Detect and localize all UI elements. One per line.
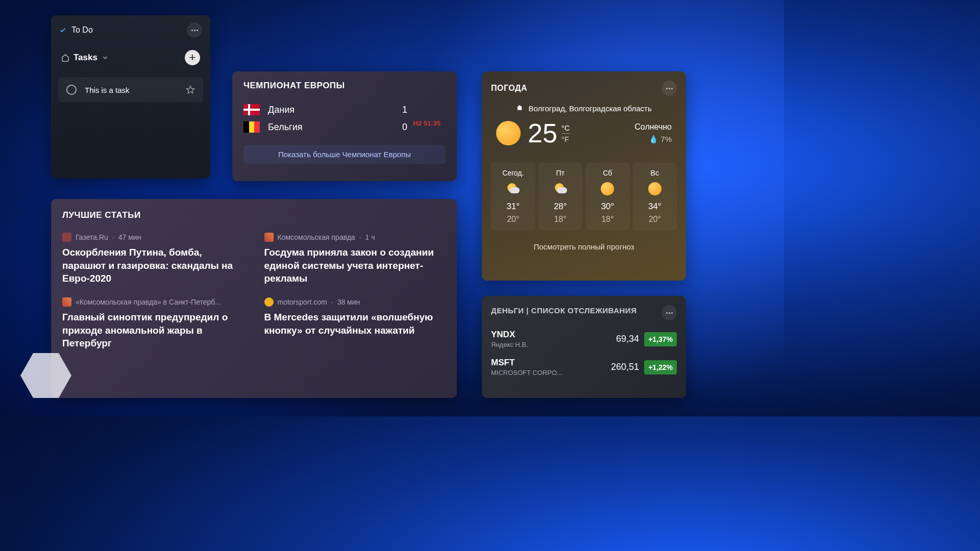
flag-denmark-icon	[243, 104, 260, 115]
forecast-high: 30°	[587, 202, 628, 212]
weather-humidity: 💧 7%	[634, 135, 672, 144]
source-icon	[264, 297, 274, 307]
stock-row[interactable]: YNDXЯндекс Н.В.69,34+1,37%	[491, 330, 677, 348]
team-score: 0	[395, 122, 415, 133]
sports-title: ЧЕМПИОНАТ ЕВРОПЫ	[243, 81, 446, 91]
task-complete-checkbox[interactable]	[66, 85, 77, 95]
stock-price: 260,51	[611, 362, 639, 372]
match-row-2[interactable]: Бельгия 0	[243, 118, 446, 136]
team-name: Бельгия	[268, 122, 395, 133]
todo-section-selector[interactable]: Tasks +	[51, 45, 210, 70]
forecast-day-label: Сегод.	[493, 169, 533, 177]
temp-unit-toggle[interactable]: °C °F	[561, 123, 570, 143]
weather-condition: Солнечно	[634, 122, 672, 132]
forecast-high: 31°	[493, 202, 533, 212]
forecast-high: 34°	[635, 202, 675, 212]
news-item[interactable]: motorsport.com· 38 мин В Mercedes защити…	[264, 297, 446, 350]
todo-section-label: Tasks	[74, 53, 97, 63]
news-time: 38 мин	[337, 298, 360, 306]
flag-belgium-icon	[243, 121, 260, 133]
sun-icon	[601, 182, 614, 195]
forecast-high: 28°	[541, 202, 581, 212]
news-time: 47 мин	[118, 233, 141, 241]
stock-delta: +1,22%	[644, 360, 677, 374]
news-item[interactable]: Комсомольская правда· 1 ч Госдума принял…	[264, 233, 446, 285]
weather-current: 25 °C °F Солнечно 💧 7%	[491, 118, 677, 148]
news-source: «Комсомольская правда» в Санкт-Петерб...	[76, 298, 221, 306]
money-more-button[interactable]	[662, 305, 677, 320]
stock-symbol: MSFT	[491, 358, 611, 368]
news-headline: Госдума приняла закон о создании единой …	[264, 246, 446, 285]
sports-more-link[interactable]: Показать больше Чемпионат Европы	[243, 145, 446, 164]
match-row-1[interactable]: Дания 1	[243, 101, 446, 118]
partly-cloudy-icon	[506, 182, 520, 195]
todo-title: To Do	[71, 26, 182, 35]
stock-delta: +1,37%	[644, 332, 677, 346]
svg-marker-0	[187, 86, 194, 93]
sports-widget: ЧЕМПИОНАТ ЕВРОПЫ Дания 1 H2 51:35 Бельги…	[232, 71, 457, 181]
news-source: Газета.Ru	[76, 233, 108, 241]
news-headline: В Mercedes защитили «волшебную кнопку» о…	[264, 311, 446, 337]
forecast-day[interactable]: Сегод.31°20°	[491, 163, 535, 230]
todo-header: To Do	[51, 15, 210, 45]
sun-icon	[496, 121, 521, 145]
weather-more-button[interactable]	[662, 81, 677, 96]
stock-price: 69,34	[616, 334, 639, 344]
forecast-day[interactable]: Сб30°18°	[585, 163, 630, 230]
stock-name: Яндекс Н.В.	[491, 341, 616, 348]
todo-widget: To Do Tasks + This is a task	[51, 15, 210, 179]
stock-name: MICROSOFT CORPO...	[491, 369, 611, 377]
team-name: Дания	[268, 105, 395, 115]
news-source: motorsport.com	[278, 298, 327, 306]
news-title: ЛУЧШИЕ СТАТЬИ	[62, 210, 446, 220]
source-icon	[62, 233, 71, 242]
home-icon	[61, 54, 69, 62]
sun-icon	[648, 182, 662, 195]
forecast-day-label: Сб	[587, 169, 628, 177]
source-icon	[264, 233, 274, 242]
forecast-low: 20°	[493, 215, 533, 224]
news-widget: ЛУЧШИЕ СТАТЬИ Газета.Ru· 47 мин Оскорбле…	[51, 199, 457, 398]
forecast-day[interactable]: Пт28°18°	[538, 163, 583, 230]
stock-symbol: YNDX	[491, 330, 616, 340]
forecast-low: 18°	[587, 215, 628, 224]
task-text: This is a task	[85, 86, 178, 94]
current-temp: 25	[528, 118, 557, 148]
full-forecast-link[interactable]: Посмотреть полный прогноз	[491, 242, 677, 251]
star-icon[interactable]	[186, 85, 195, 94]
forecast-day-label: Пт	[541, 169, 581, 177]
stock-row[interactable]: MSFTMICROSOFT CORPO...260,51+1,22%	[491, 358, 677, 377]
weather-title: ПОГОДА	[491, 84, 662, 93]
weather-location[interactable]: Волгоград, Волгоградская область	[491, 104, 677, 113]
source-icon	[62, 297, 71, 307]
forecast-day[interactable]: Вс34°20°	[633, 163, 677, 230]
news-time: 1 ч	[365, 233, 375, 241]
weather-widget: ПОГОДА Волгоград, Волгоградская область …	[482, 71, 686, 281]
add-task-button[interactable]: +	[185, 50, 200, 65]
news-item[interactable]: Газета.Ru· 47 мин Оскорбления Путина, бо…	[62, 233, 244, 285]
partly-cloudy-icon	[554, 182, 567, 195]
news-headline: Главный синоптик предупредил о приходе а…	[62, 311, 244, 350]
news-source: Комсомольская правда	[278, 233, 355, 241]
forecast-low: 18°	[541, 215, 581, 224]
team-score: 1	[395, 105, 415, 115]
forecast-low: 20°	[635, 215, 675, 224]
money-widget: ДЕНЬГИ | СПИСОК ОТСЛЕЖИВАНИЯ YNDXЯндекс …	[482, 296, 686, 398]
forecast-row: Сегод.31°20°Пт28°18°Сб30°18°Вс34°20°	[491, 163, 677, 230]
money-title: ДЕНЬГИ | СПИСОК ОТСЛЕЖИВАНИЯ	[491, 305, 636, 316]
chevron-down-icon	[102, 54, 109, 61]
home-icon	[516, 104, 523, 111]
task-row[interactable]: This is a task	[58, 78, 203, 102]
forecast-day-label: Вс	[635, 169, 675, 177]
news-item[interactable]: «Комсомольская правда» в Санкт-Петерб...…	[62, 297, 244, 350]
news-headline: Оскорбления Путина, бомба, парашют и газ…	[62, 246, 244, 285]
todo-more-button[interactable]	[187, 22, 202, 38]
check-icon	[59, 27, 66, 34]
